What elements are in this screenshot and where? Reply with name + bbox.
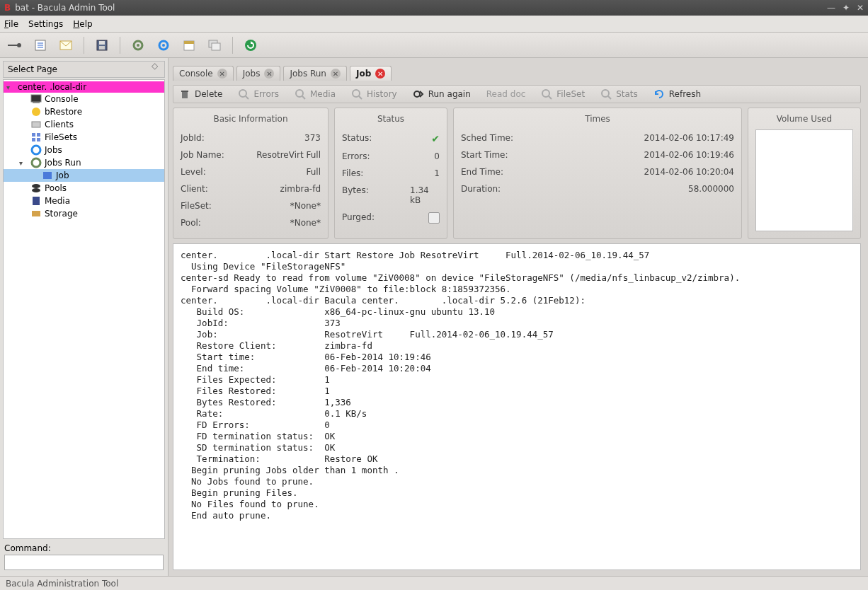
tree-root-label: center. .local-dir [18,82,86,92]
toolbar-refresh-icon[interactable] [241,36,260,54]
tree-item-jobs[interactable]: Jobs [4,144,164,156]
tab-close-icon[interactable]: ✕ [331,69,341,79]
brestore-icon [30,106,42,117]
svg-point-13 [162,44,165,47]
kv-value: ResotreVirt Full [256,150,321,160]
svg-point-30 [32,184,40,188]
svg-rect-19 [31,95,41,102]
action-fileset[interactable]: FileSet [541,88,585,100]
tree-item-console[interactable]: Console [4,93,164,105]
tree-item-brestore[interactable]: bRestore [4,105,164,118]
svg-rect-8 [99,41,105,45]
panel-title: Status [342,112,440,129]
statusbar-text: Bacula Administration Tool [6,579,118,589]
panel-title: Basic Information [181,112,321,129]
kv-value: zimbra-fd [280,184,321,194]
action-refresh[interactable]: Refresh [653,88,701,100]
tree-label: Jobs [45,145,62,155]
toolbar-gear2-icon[interactable] [154,36,173,54]
maximize-icon[interactable]: ✦ [843,3,850,13]
tree-item-storage[interactable]: Storage [4,207,164,220]
tree-label: Job [56,170,69,180]
volume-used-list[interactable] [755,129,853,231]
tab-jobs[interactable]: Jobs✕ [236,66,281,81]
svg-rect-34 [182,92,188,98]
tab-close-icon[interactable]: ✕ [217,69,227,79]
tree-label: Jobs Run [45,158,81,168]
tree-item-media[interactable]: Media [4,195,164,207]
tab-console[interactable]: Console✕ [173,66,234,81]
toolbar-mail-icon[interactable] [57,36,75,54]
expander-icon[interactable]: ▾ [6,83,15,91]
panel-status: Status Status:✔ Errors:0 Files:1 Bytes:1… [334,108,447,239]
panel-basic-info: Basic Information JobId:373 Job Name:Res… [173,108,329,239]
toolbar-save-icon[interactable] [93,36,111,54]
kv-label: Start Time: [461,150,518,160]
tree-label: Console [45,94,79,104]
jobsrun-icon [30,157,42,168]
log-output[interactable]: center. .local-dir Start Restore Job Res… [173,243,861,570]
action-errors[interactable]: Errors [238,88,279,100]
statusbar: Bacula Administration Tool [0,576,868,590]
tab-job[interactable]: Job✕ [350,66,392,81]
toolbar-connect-icon[interactable] [6,36,24,54]
panels: Basic Information JobId:373 Job Name:Res… [173,108,861,239]
minimize-icon[interactable]: — [827,3,835,13]
jobs-icon [30,144,42,156]
kv-value: *None* [290,201,321,211]
tree-label: Pools [45,183,67,193]
action-history[interactable]: History [351,88,397,100]
kv-value: 0 [434,151,440,161]
tree-label: Clients [45,120,74,129]
kv-value: 1 [434,168,440,178]
svg-rect-33 [32,211,40,216]
kv-value: 58.000000 [688,184,734,194]
tree-item-clients[interactable]: Clients [4,118,164,131]
kv-label: Status: [342,133,399,144]
svg-rect-29 [43,172,52,179]
menu-help[interactable]: Help [73,19,92,29]
menubar: File Settings Help [0,16,868,33]
kv-label: Level: [181,167,237,177]
toolbar-photos-icon[interactable] [205,36,224,54]
expander-icon[interactable]: ▾ [19,159,28,167]
tab-label: Job [356,69,371,79]
toolbar-calendar-icon[interactable] [180,36,198,54]
menu-file[interactable]: File [4,19,18,29]
svg-rect-22 [32,122,40,127]
toolbar [0,33,868,58]
tab-close-icon[interactable]: ✕ [375,69,385,79]
pane-grip-icon[interactable]: ◇ [152,61,158,71]
action-media[interactable]: Media [295,88,336,100]
tab-close-icon[interactable]: ✕ [264,69,274,79]
clients-icon [30,119,42,130]
kv-label: JobId: [181,133,237,143]
svg-point-43 [542,90,549,97]
tab-jobsrun[interactable]: Jobs Run✕ [283,66,347,81]
action-delete[interactable]: Delete [179,88,222,100]
tree-item-job[interactable]: Job [4,169,164,182]
svg-point-1 [17,43,21,47]
toolbar-notes-icon[interactable] [31,36,50,54]
svg-rect-24 [37,133,40,137]
svg-line-37 [246,96,249,99]
command-input[interactable] [4,555,164,570]
menu-settings[interactable]: Settings [28,19,63,29]
close-icon[interactable]: ✕ [857,3,864,13]
svg-point-40 [353,90,360,97]
tree-root[interactable]: ▾ center. .local-dir [4,81,164,93]
select-page-label: Select Page [3,61,165,78]
tree-item-jobsrun[interactable]: ▾Jobs Run [4,156,164,169]
search-icon [351,88,362,100]
action-stats[interactable]: Stats [600,88,638,100]
kv-label: Bytes: [342,185,399,205]
tab-label: Console [179,69,213,79]
kv-label: Purged: [342,212,399,224]
toolbar-gear1-icon[interactable] [129,36,147,54]
tree-item-pools[interactable]: Pools [4,182,164,195]
kv-label: Duration: [461,184,518,194]
action-run-again[interactable]: Run again [413,88,471,100]
tree-item-filesets[interactable]: FileSets [4,131,164,144]
purged-checkbox[interactable] [428,212,440,224]
kv-label: End Time: [461,167,518,177]
